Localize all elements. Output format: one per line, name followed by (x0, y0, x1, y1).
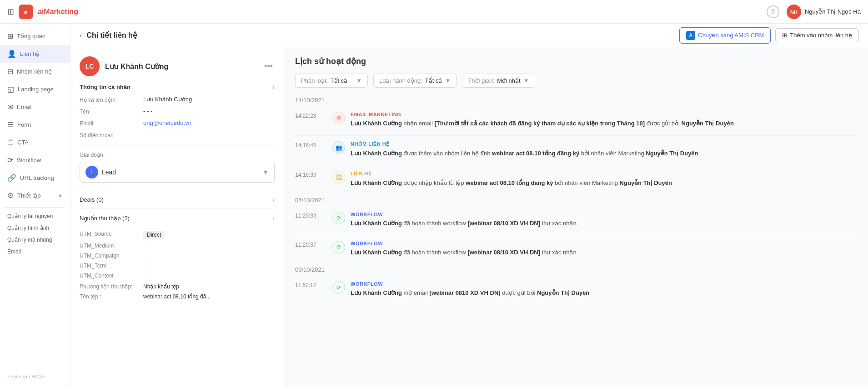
stage-select[interactable]: 🚶 Lead ▼ (80, 162, 275, 183)
chevron-down-icon: ▼ (58, 193, 63, 198)
activity-item: 14:16:45 👥 NHÓM LIÊN HỆ Lưu Khánh Cường … (295, 141, 857, 158)
activity-item: 11:20:39 ⟳ WORKFLOW Lưu Khánh Cường đã h… (295, 212, 857, 228)
link-icon: 🔗 (7, 174, 16, 182)
activity-title: Lịch sử hoạt động (295, 56, 857, 66)
btn-amis-crm[interactable]: A Chuyển sang AMIS CRM (679, 27, 771, 44)
activity-body: NHÓM LIÊN HỆ Lưu Khánh Cường được thêm v… (351, 141, 857, 158)
source-section[interactable]: Nguồn thu thập (2) › (80, 208, 275, 227)
sidebar-divider (5, 207, 65, 208)
sidebar-sub-tai-nguyen[interactable]: Quản lý tài nguyên (0, 210, 70, 222)
sidebar-sub-hinh-anh[interactable]: Quản lý hình ảnh (0, 222, 70, 234)
chevron-down-icon: ▼ (262, 169, 269, 176)
page-header-left: ‹ Chi tiết liên hệ (80, 31, 137, 40)
activity-text: Lưu Khánh Cường đã hoàn thành workflow [… (351, 248, 857, 257)
activity-divider (295, 135, 857, 136)
brand-name: aiMarketing (38, 8, 78, 16)
email-icon: ✉ (7, 103, 13, 111)
version-label: Phiên bản RC15 (0, 370, 70, 383)
activity-body: WORKFLOW Lưu Khánh Cường mở email [webin… (351, 281, 857, 298)
utm-term-row: UTM_Term - - - (80, 263, 275, 269)
stage-icon: 🚶 (85, 166, 98, 179)
info-row-ten: Tên: - - - (80, 108, 275, 115)
right-panel: Lịch sử hoạt động Phân loại: Tất cả ▼ Lo… (284, 47, 868, 387)
topbar-right: ? NH Nguyễn Thị Ngọc Hà (767, 5, 861, 19)
activity-body: LIÊN HỆ Lưu Khánh Cường được nhập khẩu t… (351, 171, 857, 188)
help-icon[interactable]: ? (767, 5, 779, 18)
activity-divider (295, 165, 857, 165)
back-button[interactable]: ‹ (80, 31, 82, 40)
btn-add-group[interactable]: ⊞ Thêm vào nhóm liên hệ (775, 28, 859, 42)
sidebar-item-url-tracking[interactable]: 🔗 URL tracking (0, 169, 70, 187)
logo-icon: ai (19, 5, 33, 19)
workflow-activity-icon: ⟳ (332, 241, 345, 253)
page-header: ‹ Chi tiết liên hệ A Chuyển sang AMIS CR… (70, 24, 868, 47)
amis-icon: A (686, 31, 695, 40)
activity-body: WORKFLOW Lưu Khánh Cường đã hoàn thành w… (351, 212, 857, 228)
utm-table: UTM_Source Direct UTM_Medium - - - UTM_C… (80, 231, 275, 279)
topbar-left: ⊞ ai aiMarketing (7, 5, 78, 19)
sidebar-item-landing-page[interactable]: ◱ Landing page (0, 80, 70, 98)
chevron-down-icon: ▼ (445, 77, 451, 84)
sidebar-item-cta[interactable]: ⬡ CTA (0, 134, 70, 151)
date-header-3: 03/10/2021 (295, 266, 857, 276)
activity-item: 14:22:28 ✉ EMAIL MARKETING Lưu Khánh Cườ… (295, 112, 857, 128)
contact-icon: 👤 (7, 50, 16, 58)
svg-text:ai: ai (24, 10, 28, 15)
source-chevron-icon: › (272, 214, 275, 222)
contact-avatar: LC (80, 56, 100, 76)
sidebar-item-tong-quan[interactable]: ⊞ Tổng quan (0, 27, 70, 45)
workflow-icon: ⟳ (7, 156, 13, 164)
info-row-email: Email: ong@uneti.edu.vn (80, 119, 275, 127)
activity-body: WORKFLOW Lưu Khánh Cường đã hoàn thành w… (351, 241, 857, 257)
sidebar-sub-ma-nhung[interactable]: Quản lý mã nhúng (0, 234, 70, 246)
sidebar-item-email[interactable]: ✉ Email (0, 98, 70, 116)
home-icon: ⊞ (7, 32, 13, 40)
sidebar-item-lien-he[interactable]: 👤 Liên hệ (0, 45, 70, 63)
utm-content-row: UTM_Content - - - (80, 273, 275, 279)
activity-text: Lưu Khánh Cường đã hoàn thành workflow [… (351, 219, 857, 228)
page-header-right: A Chuyển sang AMIS CRM ⊞ Thêm vào nhóm l… (679, 27, 859, 44)
sidebar-item-thiet-lap[interactable]: ⚙ Thiết lập ▼ (0, 187, 70, 204)
chevron-right-icon: › (273, 84, 275, 90)
section-personal-info[interactable]: Thông tin cá nhân › (80, 84, 275, 90)
activity-text: Lưu Khánh Cường được thêm vào nhóm liên … (351, 149, 857, 158)
date-header-1: 14/10/2021 (295, 97, 857, 106)
more-button[interactable]: ••• (262, 60, 275, 73)
chevron-down-icon: ▼ (523, 77, 529, 84)
filter-bar: Phân loại: Tất cả ▼ Loại hành động: Tất … (295, 74, 857, 88)
email-activity-icon: ✉ (332, 112, 345, 124)
left-panel: LC Lưu Khánh Cường ••• Thông tin cá nhân… (70, 47, 284, 387)
filter-loai-hanh-dong[interactable]: Loại hành động: Tất cả ▼ (373, 74, 457, 88)
grid-icon[interactable]: ⊞ (7, 7, 14, 17)
page-title: Chi tiết liên hệ (86, 31, 137, 40)
utm-medium-row: UTM_Medium - - - (80, 243, 275, 249)
filter-phan-loai[interactable]: Phân loại: Tất cả ▼ (295, 74, 368, 88)
sidebar: ⊞ Tổng quan 👤 Liên hệ ⊟ Nhóm liên hệ ◱ L… (0, 24, 70, 387)
avatar: NH (787, 5, 801, 19)
utm-campaign-row: UTM_Campaign - - - (80, 253, 275, 259)
settings-icon: ⚙ (7, 191, 14, 200)
sidebar-sub-email[interactable]: Email (0, 246, 70, 258)
date-group-3: 03/10/2021 11:52:17 ⟳ WORKFLOW Lưu Khánh… (295, 266, 857, 298)
workflow-activity-icon: ⟳ (332, 212, 345, 224)
activity-divider (295, 235, 857, 235)
sidebar-item-form[interactable]: ☰ Form (0, 116, 70, 134)
contact-activity-icon: 📋 (332, 171, 345, 184)
add-icon: ⊞ (782, 32, 787, 39)
date-header-2: 04/10/2021 (295, 197, 857, 206)
ten-tep-row: Tên tệp : webinar act 08.10 tổng đă... (80, 293, 275, 300)
sidebar-item-workflow[interactable]: ⟳ Workflow (0, 151, 70, 169)
phuong-tien-row: Phương tiện thu thập: Nhập khẩu tệp (80, 283, 275, 290)
group-icon: ⊟ (7, 67, 13, 76)
filter-thoi-gian[interactable]: Thời gian: Mới nhất ▼ (462, 74, 535, 88)
group-activity-icon: 👥 (332, 141, 345, 154)
workflow-activity-icon: ⟳ (332, 281, 345, 294)
activity-body: EMAIL MARKETING Lưu Khánh Cường nhận ema… (351, 112, 857, 128)
deals-section[interactable]: Deals (0) › (80, 190, 275, 208)
activity-item: 11:52:17 ⟳ WORKFLOW Lưu Khánh Cường mở e… (295, 281, 857, 298)
deals-chevron-icon: › (272, 196, 275, 203)
activity-item: 11:20:37 ⟳ WORKFLOW Lưu Khánh Cường đã h… (295, 241, 857, 257)
user-info[interactable]: NH Nguyễn Thị Ngọc Hà (787, 5, 861, 19)
sidebar-item-nhom-lien-he[interactable]: ⊟ Nhóm liên hệ (0, 63, 70, 80)
content: ‹ Chi tiết liên hệ A Chuyển sang AMIS CR… (70, 24, 868, 387)
